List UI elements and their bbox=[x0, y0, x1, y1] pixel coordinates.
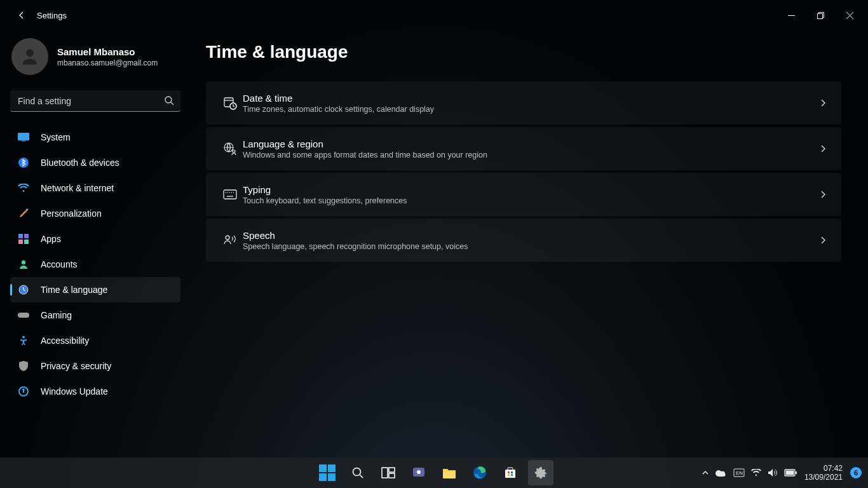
monitor-icon bbox=[18, 133, 29, 142]
page-title: Time & language bbox=[206, 42, 841, 62]
svg-rect-14 bbox=[24, 240, 29, 244]
card-date-time[interactable]: Date & time Time zones, automatic clock … bbox=[206, 81, 841, 125]
svg-point-41 bbox=[417, 470, 421, 474]
svg-point-4 bbox=[26, 49, 34, 57]
taskbar-settings[interactable] bbox=[528, 460, 553, 485]
clock-time: 07:42 bbox=[804, 464, 843, 473]
wifi-icon bbox=[18, 184, 29, 193]
svg-rect-54 bbox=[785, 471, 794, 475]
nav-time-language[interactable]: Time & language bbox=[10, 277, 180, 302]
chevron-right-icon bbox=[818, 190, 827, 199]
taskbar-edge[interactable] bbox=[467, 460, 492, 485]
taskbar-taskview[interactable] bbox=[376, 460, 401, 485]
svg-rect-46 bbox=[508, 471, 510, 473]
gear-icon bbox=[534, 466, 548, 480]
taskbar-store[interactable] bbox=[498, 460, 523, 485]
card-title: Date & time bbox=[243, 93, 818, 104]
nav-label: Accessibility bbox=[41, 336, 89, 346]
svg-rect-13 bbox=[18, 240, 23, 244]
chevron-right-icon bbox=[818, 98, 827, 107]
card-subtitle: Speech language, speech recognition micr… bbox=[243, 242, 818, 251]
svg-rect-12 bbox=[24, 234, 29, 238]
nav-gaming[interactable]: Gaming bbox=[10, 302, 180, 328]
card-typing[interactable]: Typing Touch keyboard, text suggestions,… bbox=[206, 173, 841, 216]
svg-rect-39 bbox=[389, 473, 395, 478]
start-button[interactable] bbox=[315, 460, 340, 485]
minimize-icon bbox=[788, 12, 795, 19]
user-block[interactable]: Samuel Mbanaso mbanaso.samuel@gmail.com bbox=[10, 36, 191, 86]
svg-rect-37 bbox=[382, 468, 388, 478]
bluetooth-icon bbox=[18, 158, 29, 168]
svg-rect-7 bbox=[18, 133, 29, 140]
chevron-up-icon bbox=[702, 469, 709, 477]
volume-icon bbox=[768, 468, 778, 477]
nav-system[interactable]: System bbox=[10, 125, 180, 150]
taskbar: EN 07:42 13/09/2021 6 bbox=[0, 458, 868, 488]
nav-accessibility[interactable]: Accessibility bbox=[10, 328, 180, 353]
avatar bbox=[11, 38, 48, 75]
card-language-region[interactable]: Language & region Windows and some apps … bbox=[206, 127, 841, 170]
nav-label: Personalization bbox=[41, 208, 102, 219]
maximize-icon bbox=[817, 12, 824, 19]
speech-icon bbox=[217, 233, 243, 247]
taskbar-search[interactable] bbox=[345, 460, 370, 485]
folder-icon bbox=[442, 467, 456, 478]
svg-rect-44 bbox=[505, 470, 515, 478]
keyboard-icon bbox=[217, 189, 243, 200]
card-subtitle: Time zones, automatic clock settings, ca… bbox=[243, 105, 818, 114]
window-controls bbox=[776, 5, 864, 25]
svg-line-36 bbox=[360, 475, 363, 478]
close-button[interactable] bbox=[835, 5, 864, 25]
brush-icon bbox=[18, 208, 29, 219]
search-icon bbox=[164, 95, 174, 105]
nav-network[interactable]: Network & internet bbox=[10, 175, 180, 201]
system-tray[interactable]: EN bbox=[702, 468, 797, 477]
notification-badge[interactable]: 6 bbox=[850, 467, 862, 478]
person-icon bbox=[18, 259, 29, 269]
app-title: Settings bbox=[37, 11, 67, 20]
arrow-left-icon bbox=[17, 10, 27, 20]
calendar-clock-icon bbox=[217, 96, 243, 110]
person-icon bbox=[19, 46, 41, 67]
svg-text:EN: EN bbox=[736, 470, 743, 476]
svg-point-5 bbox=[165, 97, 172, 103]
titlebar: Settings bbox=[0, 0, 868, 30]
chat-icon bbox=[412, 466, 426, 480]
language-tray-icon: EN bbox=[733, 468, 745, 477]
taskbar-clock[interactable]: 07:42 13/09/2021 bbox=[804, 464, 843, 482]
windows-icon bbox=[319, 464, 336, 481]
search-icon bbox=[351, 466, 364, 479]
user-name: Samuel Mbanaso bbox=[57, 46, 158, 57]
taskbar-right: EN 07:42 13/09/2021 6 bbox=[702, 464, 868, 482]
svg-rect-42 bbox=[443, 471, 456, 478]
back-button[interactable] bbox=[11, 5, 32, 25]
nav-label: Privacy & security bbox=[41, 361, 111, 371]
svg-rect-11 bbox=[18, 234, 23, 238]
nav-apps[interactable]: Apps bbox=[10, 226, 180, 252]
nav-privacy[interactable]: Privacy & security bbox=[10, 353, 180, 379]
nav-personalization[interactable]: Personalization bbox=[10, 201, 180, 226]
nav: System Bluetooth & devices Network & int… bbox=[10, 125, 191, 404]
svg-rect-49 bbox=[511, 474, 513, 476]
taskbar-center bbox=[315, 460, 553, 485]
taskbar-chat[interactable] bbox=[406, 460, 431, 485]
globe-person-icon bbox=[217, 142, 243, 156]
nav-label: Bluetooth & devices bbox=[41, 158, 119, 168]
card-speech[interactable]: Speech Speech language, speech recogniti… bbox=[206, 219, 841, 262]
sidebar: Samuel Mbanaso mbanaso.samuel@gmail.com … bbox=[0, 30, 191, 458]
search-input[interactable] bbox=[10, 90, 180, 112]
onedrive-icon bbox=[715, 469, 727, 477]
taskview-icon bbox=[381, 467, 395, 478]
nav-bluetooth[interactable]: Bluetooth & devices bbox=[10, 150, 180, 175]
nav-accounts[interactable]: Accounts bbox=[10, 252, 180, 277]
svg-line-6 bbox=[171, 102, 173, 105]
minimize-button[interactable] bbox=[776, 5, 806, 25]
card-subtitle: Touch keyboard, text suggestions, prefer… bbox=[243, 196, 818, 205]
card-title: Speech bbox=[243, 230, 818, 241]
svg-rect-48 bbox=[508, 474, 510, 476]
svg-point-19 bbox=[22, 336, 25, 339]
nav-windows-update[interactable]: Windows Update bbox=[10, 379, 180, 404]
maximize-button[interactable] bbox=[806, 5, 835, 25]
nav-label: Time & language bbox=[41, 285, 107, 295]
taskbar-explorer[interactable] bbox=[437, 460, 462, 485]
